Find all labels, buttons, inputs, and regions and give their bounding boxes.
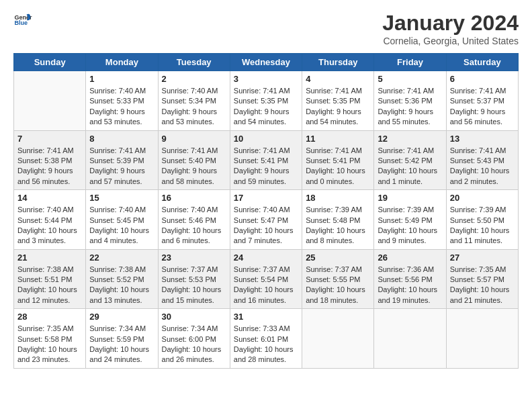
day-number: 6: [450, 74, 515, 84]
day-info: Sunrise: 7:33 AMSunset: 6:01 PMDaylight:…: [234, 324, 298, 365]
day-number: 15: [89, 193, 154, 203]
calendar-day-cell: 25Sunrise: 7:37 AMSunset: 5:55 PMDayligh…: [302, 249, 374, 309]
day-info: Sunrise: 7:41 AMSunset: 5:40 PMDaylight:…: [162, 146, 226, 187]
calendar-day-cell: 22Sunrise: 7:38 AMSunset: 5:52 PMDayligh…: [86, 249, 158, 309]
day-info: Sunrise: 7:41 AMSunset: 5:39 PMDaylight:…: [89, 146, 154, 187]
calendar-day-cell: 30Sunrise: 7:34 AMSunset: 6:00 PMDayligh…: [158, 309, 230, 369]
day-info: Sunrise: 7:37 AMSunset: 5:54 PMDaylight:…: [234, 265, 298, 306]
day-number: 2: [162, 74, 226, 84]
day-number: 21: [17, 253, 82, 263]
day-number: 9: [162, 134, 226, 144]
calendar-day-cell: 15Sunrise: 7:40 AMSunset: 5:45 PMDayligh…: [86, 190, 158, 250]
day-number: 23: [162, 253, 226, 263]
day-info: Sunrise: 7:41 AMSunset: 5:41 PMDaylight:…: [234, 146, 298, 187]
calendar-day-cell: 6Sunrise: 7:41 AMSunset: 5:37 PMDaylight…: [446, 71, 518, 131]
day-number: 26: [378, 253, 442, 263]
day-number: 13: [450, 134, 515, 144]
calendar-day-cell: [14, 71, 86, 131]
calendar-day-cell: 11Sunrise: 7:41 AMSunset: 5:41 PMDayligh…: [302, 130, 374, 190]
calendar-table: SundayMondayTuesdayWednesdayThursdayFrid…: [13, 53, 519, 369]
day-number: 3: [234, 74, 298, 84]
day-number: 16: [162, 193, 226, 203]
calendar-day-cell: 19Sunrise: 7:39 AMSunset: 5:49 PMDayligh…: [374, 190, 446, 250]
day-info: Sunrise: 7:41 AMSunset: 5:35 PMDaylight:…: [306, 86, 370, 128]
day-info: Sunrise: 7:41 AMSunset: 5:35 PMDaylight:…: [234, 86, 298, 128]
day-info: Sunrise: 7:34 AMSunset: 6:00 PMDaylight:…: [162, 324, 226, 365]
weekday-header-sunday: Sunday: [14, 54, 86, 71]
calendar-day-cell: 10Sunrise: 7:41 AMSunset: 5:41 PMDayligh…: [230, 130, 302, 190]
calendar-day-cell: 5Sunrise: 7:41 AMSunset: 5:36 PMDaylight…: [374, 71, 446, 131]
title-block: January 2024 Cornelia, Georgia, United S…: [382, 11, 519, 46]
calendar-day-cell: 13Sunrise: 7:41 AMSunset: 5:43 PMDayligh…: [446, 130, 518, 190]
day-info: Sunrise: 7:35 AMSunset: 5:57 PMDaylight:…: [450, 265, 515, 306]
day-info: Sunrise: 7:38 AMSunset: 5:51 PMDaylight:…: [17, 265, 82, 306]
weekday-header-thursday: Thursday: [302, 54, 374, 71]
calendar-week-row: 14Sunrise: 7:40 AMSunset: 5:44 PMDayligh…: [14, 190, 519, 250]
calendar-day-cell: 9Sunrise: 7:41 AMSunset: 5:40 PMDaylight…: [158, 130, 230, 190]
day-number: 29: [89, 312, 154, 322]
day-info: Sunrise: 7:41 AMSunset: 5:43 PMDaylight:…: [450, 146, 515, 187]
day-info: Sunrise: 7:39 AMSunset: 5:49 PMDaylight:…: [378, 205, 442, 246]
calendar-day-cell: [446, 309, 518, 369]
logo: General Blue: [13, 11, 32, 30]
calendar-day-cell: 28Sunrise: 7:35 AMSunset: 5:58 PMDayligh…: [14, 309, 86, 369]
day-number: 18: [306, 193, 370, 203]
weekday-header-monday: Monday: [86, 54, 158, 71]
day-info: Sunrise: 7:38 AMSunset: 5:52 PMDaylight:…: [89, 265, 154, 306]
day-number: 7: [17, 134, 82, 144]
day-number: 8: [89, 134, 154, 144]
day-number: 10: [234, 134, 298, 144]
calendar-day-cell: 16Sunrise: 7:40 AMSunset: 5:46 PMDayligh…: [158, 190, 230, 250]
day-info: Sunrise: 7:40 AMSunset: 5:33 PMDaylight:…: [89, 86, 154, 128]
day-info: Sunrise: 7:40 AMSunset: 5:44 PMDaylight:…: [17, 205, 82, 246]
day-number: 19: [378, 193, 442, 203]
calendar-week-row: 28Sunrise: 7:35 AMSunset: 5:58 PMDayligh…: [14, 309, 519, 369]
subtitle: Cornelia, Georgia, United States: [382, 36, 519, 46]
day-number: 1: [89, 74, 154, 84]
header: General Blue January 2024 Cornelia, Geor…: [13, 11, 519, 46]
calendar-day-cell: 29Sunrise: 7:34 AMSunset: 5:59 PMDayligh…: [86, 309, 158, 369]
day-info: Sunrise: 7:41 AMSunset: 5:42 PMDaylight:…: [378, 146, 442, 187]
day-number: 14: [17, 193, 82, 203]
calendar-day-cell: 14Sunrise: 7:40 AMSunset: 5:44 PMDayligh…: [14, 190, 86, 250]
day-number: 22: [89, 253, 154, 263]
day-info: Sunrise: 7:41 AMSunset: 5:36 PMDaylight:…: [378, 86, 442, 128]
calendar-week-row: 1Sunrise: 7:40 AMSunset: 5:33 PMDaylight…: [14, 71, 519, 131]
day-info: Sunrise: 7:39 AMSunset: 5:50 PMDaylight:…: [450, 205, 515, 246]
calendar-day-cell: [374, 309, 446, 369]
calendar-day-cell: 17Sunrise: 7:40 AMSunset: 5:47 PMDayligh…: [230, 190, 302, 250]
day-info: Sunrise: 7:40 AMSunset: 5:47 PMDaylight:…: [234, 205, 298, 246]
day-info: Sunrise: 7:40 AMSunset: 5:45 PMDaylight:…: [89, 205, 154, 246]
calendar-day-cell: 12Sunrise: 7:41 AMSunset: 5:42 PMDayligh…: [374, 130, 446, 190]
day-info: Sunrise: 7:35 AMSunset: 5:58 PMDaylight:…: [17, 324, 82, 365]
weekday-header-wednesday: Wednesday: [230, 54, 302, 71]
day-number: 30: [162, 312, 226, 322]
day-number: 20: [450, 193, 515, 203]
calendar-day-cell: 21Sunrise: 7:38 AMSunset: 5:51 PMDayligh…: [14, 249, 86, 309]
day-number: 12: [378, 134, 442, 144]
calendar-day-cell: 20Sunrise: 7:39 AMSunset: 5:50 PMDayligh…: [446, 190, 518, 250]
calendar-day-cell: 23Sunrise: 7:37 AMSunset: 5:53 PMDayligh…: [158, 249, 230, 309]
logo-icon: General Blue: [13, 11, 32, 30]
day-info: Sunrise: 7:36 AMSunset: 5:56 PMDaylight:…: [378, 265, 442, 306]
day-number: 24: [234, 253, 298, 263]
main-title: January 2024: [382, 11, 519, 36]
weekday-header-friday: Friday: [374, 54, 446, 71]
calendar-day-cell: 7Sunrise: 7:41 AMSunset: 5:38 PMDaylight…: [14, 130, 86, 190]
main-container: General Blue January 2024 Cornelia, Geor…: [0, 0, 532, 379]
calendar-week-row: 7Sunrise: 7:41 AMSunset: 5:38 PMDaylight…: [14, 130, 519, 190]
calendar-day-cell: 27Sunrise: 7:35 AMSunset: 5:57 PMDayligh…: [446, 249, 518, 309]
calendar-week-row: 21Sunrise: 7:38 AMSunset: 5:51 PMDayligh…: [14, 249, 519, 309]
day-info: Sunrise: 7:41 AMSunset: 5:38 PMDaylight:…: [17, 146, 82, 187]
day-number: 17: [234, 193, 298, 203]
day-info: Sunrise: 7:34 AMSunset: 5:59 PMDaylight:…: [89, 324, 154, 365]
calendar-day-cell: 3Sunrise: 7:41 AMSunset: 5:35 PMDaylight…: [230, 71, 302, 131]
day-number: 4: [306, 74, 370, 84]
calendar-day-cell: 18Sunrise: 7:39 AMSunset: 5:48 PMDayligh…: [302, 190, 374, 250]
day-info: Sunrise: 7:40 AMSunset: 5:46 PMDaylight:…: [162, 205, 226, 246]
day-info: Sunrise: 7:37 AMSunset: 5:55 PMDaylight:…: [306, 265, 370, 306]
day-number: 11: [306, 134, 370, 144]
day-info: Sunrise: 7:39 AMSunset: 5:48 PMDaylight:…: [306, 205, 370, 246]
calendar-day-cell: 24Sunrise: 7:37 AMSunset: 5:54 PMDayligh…: [230, 249, 302, 309]
day-number: 5: [378, 74, 442, 84]
